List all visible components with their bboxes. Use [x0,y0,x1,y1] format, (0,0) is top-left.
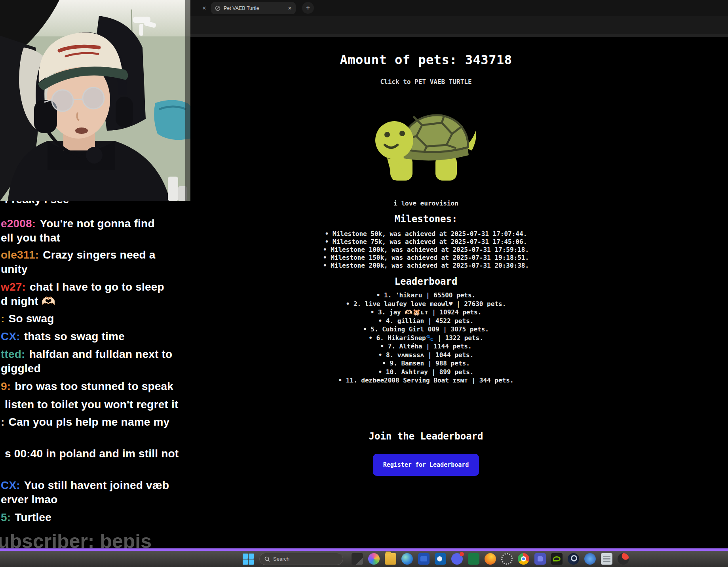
globe-favicon-icon [215,6,220,11]
chat-message: :So swag [1,312,187,326]
milestone-item: Milestone 100k, was achieved at 2025-07-… [190,246,661,254]
join-leaderboard-heading: Join the Leaderboard [190,431,661,442]
chat-message: 9:bro was too stunned to speak [1,379,187,394]
leaderboard-list: 1. 'hikaru | 65500 pets. 2. live laufey … [190,291,661,385]
sticky-notes-icon[interactable] [601,553,612,565]
chat-message: :Can you pls help me name my [1,415,187,429]
leaderboard-item: 1. 'hikaru | 65500 pets. [190,291,661,300]
chat-username: 9: [1,380,11,392]
leaderboard-item: 8. ᴠᴀɴᴇssᴀ | 1044 pets. [190,351,661,360]
leaderboard-item: 5. Cubing Girl 009 | 3075 pets. [190,325,661,334]
browser-window: ✕ Pet VAEB Turtle ✕ + Amount of pets: 34… [190,0,728,567]
close-tab-icon[interactable]: ✕ [200,4,209,12]
leaderboard-item: 3. jay 🫶🏻🐹ʟᴛ | 10924 pets. [190,308,661,317]
outlook-icon[interactable] [435,553,446,565]
search-icon [264,556,270,562]
bookmarks-strip [190,34,728,37]
photos-icon[interactable] [368,553,380,565]
leaderboard-item: 4. gillian | 4522 pets. [190,317,661,325]
red-app-icon[interactable] [618,553,629,565]
caption-text: i love eurovision [190,200,661,207]
chat-message: tted:halfdan and fulldan next to giggled [1,347,187,376]
browser-toolbar [190,16,728,34]
browser-tab[interactable]: Pet VAEB Turtle ✕ [211,2,296,14]
pets-count-heading: Amount of pets: 343718 [190,52,661,67]
chat-username: 5: [1,511,11,523]
chat-username: : [1,416,5,428]
notification-badge [460,552,464,556]
leaderboard-heading: Leaderboard [190,276,661,287]
chat-username: CX: [1,479,20,491]
chat-message: w27:chat I have to go to sleep d night 🫶… [1,280,187,308]
milestones-list: Milestone 50k, was achieved at 2025-07-3… [190,230,661,270]
chat-username: CX: [1,330,20,342]
leaderboard-item: 6. HikariSnep🐾 | 1322 pets. [190,334,661,342]
firefox-icon[interactable] [485,553,496,565]
chrome-icon[interactable] [518,553,529,565]
edge-browser-icon[interactable] [401,553,413,565]
leaderboard-item: 7. Altéha | 1144 pets. [190,342,661,351]
chat-username: e2008: [1,217,36,230]
chat-username: w27: [1,281,26,293]
browser-tabstrip: ✕ Pet VAEB Turtle ✕ + [190,0,728,16]
chat-username: ole311: [1,249,39,261]
milestone-item: Milestone 50k, was achieved at 2025-07-3… [190,230,661,238]
search-label: Search [273,556,289,562]
pet-turtle-page: Amount of pets: 343718 Click to PET VAEB… [190,37,661,476]
steam-icon[interactable] [568,553,579,565]
chat-message: e2008:You're not gonna find ell you that [1,217,187,245]
screen: ✕ Pet VAEB Turtle ✕ + Amount of pets: 34… [0,0,728,567]
chat-message: listen to toilet you won't regret it [1,398,187,412]
taskbar-icons [352,553,629,565]
settings-gear-icon[interactable] [501,553,513,565]
taskbar-search[interactable]: Search [259,553,343,565]
new-tab-button[interactable]: + [302,2,314,14]
chat-message: s 00:40 in poland and im still not [1,447,187,461]
tab-title: Pet VAEB Turtle [224,6,285,11]
click-to-pet-label: Click to PET VAEB TURTLE [190,78,661,86]
leaderboard-item: 9. Bamsen | 988 pets. [190,359,661,368]
register-leaderboard-button[interactable]: Register for Leaderboard [373,454,479,476]
teams-icon[interactable] [534,553,546,565]
chat-username: tted: [1,348,25,360]
windows-start-button[interactable] [242,553,254,565]
milestone-item: Milestone 75k, was achieved at 2025-07-3… [190,238,661,246]
leaderboard-item: 10. Ashtray | 899 pets. [190,368,661,377]
tab-close-icon[interactable]: ✕ [288,6,292,11]
milestone-item: Milestone 200k, was achieved at 2025-07-… [190,262,661,270]
leaderboard-item: 2. live laufey love meowl♥ | 27630 pets. [190,300,661,308]
milestones-heading: Milestones: [190,213,661,225]
word-icon[interactable] [418,553,430,565]
chat-username: : [1,312,5,325]
chat-message: CX:thats so swag time [1,329,187,344]
blue-app-icon[interactable] [584,553,596,565]
streamer-webcam-video [0,0,190,201]
chat-message: 5:Turtlee [1,510,187,525]
excel-icon[interactable] [468,553,479,565]
file-explorer-icon[interactable] [385,553,396,565]
chat-message: CX:Yuo still havent joined væb erver lma… [1,478,187,507]
notepad-icon[interactable] [352,553,363,565]
turtle-image[interactable] [372,101,480,183]
leaderboard-item: 11. dezbee2008 Serving Boat ɪsᴍᴛ | 344 p… [190,376,661,385]
nvidia-icon[interactable] [551,553,563,565]
windows-taskbar: Search [0,551,728,567]
chat-message: ole311:Crazy singers need a unity [1,248,187,276]
discord-icon[interactable] [451,553,463,565]
milestone-item: Milestone 150k, was achieved at 2025-07-… [190,254,661,262]
